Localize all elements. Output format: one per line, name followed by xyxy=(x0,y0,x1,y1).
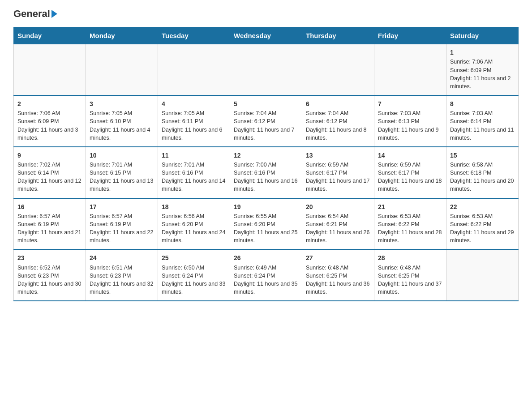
day-number: 15 xyxy=(450,151,515,160)
day-info: Sunrise: 6:56 AM Sunset: 6:20 PM Dayligh… xyxy=(162,213,225,244)
day-info: Sunrise: 6:48 AM Sunset: 6:25 PM Dayligh… xyxy=(306,265,369,295)
calendar-cell: 28Sunrise: 6:48 AM Sunset: 6:25 PM Dayli… xyxy=(374,249,446,301)
day-info: Sunrise: 7:06 AM Sunset: 6:09 PM Dayligh… xyxy=(17,110,78,141)
day-info: Sunrise: 6:49 AM Sunset: 6:24 PM Dayligh… xyxy=(234,265,297,295)
calendar-cell: 19Sunrise: 6:55 AM Sunset: 6:20 PM Dayli… xyxy=(230,198,302,250)
day-number: 18 xyxy=(162,202,226,211)
day-number: 27 xyxy=(306,253,370,262)
day-number: 12 xyxy=(234,151,298,160)
calendar-week-row: 16Sunrise: 6:57 AM Sunset: 6:19 PM Dayli… xyxy=(14,198,519,250)
day-info: Sunrise: 7:04 AM Sunset: 6:12 PM Dayligh… xyxy=(306,110,367,141)
calendar-cell xyxy=(14,44,86,95)
calendar-cell: 1Sunrise: 7:06 AM Sunset: 6:09 PM Daylig… xyxy=(446,44,519,95)
calendar-cell: 9Sunrise: 7:02 AM Sunset: 6:14 PM Daylig… xyxy=(14,147,86,198)
calendar-week-row: 23Sunrise: 6:52 AM Sunset: 6:23 PM Dayli… xyxy=(14,249,519,301)
day-number: 14 xyxy=(378,151,442,160)
day-number: 10 xyxy=(90,151,154,160)
day-number: 21 xyxy=(378,202,442,211)
day-number: 24 xyxy=(90,253,154,262)
calendar-cell: 16Sunrise: 6:57 AM Sunset: 6:19 PM Dayli… xyxy=(14,198,86,250)
calendar-cell: 2Sunrise: 7:06 AM Sunset: 6:09 PM Daylig… xyxy=(14,95,86,147)
day-info: Sunrise: 6:57 AM Sunset: 6:19 PM Dayligh… xyxy=(17,213,81,244)
calendar-cell xyxy=(374,44,446,95)
day-info: Sunrise: 7:05 AM Sunset: 6:11 PM Dayligh… xyxy=(162,110,223,141)
day-info: Sunrise: 6:50 AM Sunset: 6:24 PM Dayligh… xyxy=(162,265,225,295)
calendar-cell: 4Sunrise: 7:05 AM Sunset: 6:11 PM Daylig… xyxy=(158,95,230,147)
calendar-cell: 12Sunrise: 7:00 AM Sunset: 6:16 PM Dayli… xyxy=(230,147,302,198)
calendar-cell: 10Sunrise: 7:01 AM Sunset: 6:15 PM Dayli… xyxy=(86,147,158,198)
day-number: 19 xyxy=(234,202,298,211)
day-number: 8 xyxy=(450,99,515,108)
day-number: 17 xyxy=(90,202,154,211)
day-number: 7 xyxy=(378,99,442,108)
day-number: 2 xyxy=(17,99,82,108)
day-info: Sunrise: 7:05 AM Sunset: 6:10 PM Dayligh… xyxy=(90,110,150,141)
day-info: Sunrise: 6:55 AM Sunset: 6:20 PM Dayligh… xyxy=(234,213,297,244)
calendar-cell xyxy=(446,249,519,301)
page-header: General xyxy=(13,9,519,19)
calendar-cell: 23Sunrise: 6:52 AM Sunset: 6:23 PM Dayli… xyxy=(14,249,86,301)
day-info: Sunrise: 6:59 AM Sunset: 6:17 PM Dayligh… xyxy=(306,162,369,192)
calendar-cell: 17Sunrise: 6:57 AM Sunset: 6:19 PM Dayli… xyxy=(86,198,158,250)
column-header-wednesday: Wednesday xyxy=(230,27,302,44)
day-info: Sunrise: 6:53 AM Sunset: 6:22 PM Dayligh… xyxy=(378,213,442,244)
day-number: 23 xyxy=(17,253,82,262)
day-info: Sunrise: 6:59 AM Sunset: 6:17 PM Dayligh… xyxy=(378,162,442,192)
day-info: Sunrise: 6:53 AM Sunset: 6:22 PM Dayligh… xyxy=(450,213,514,244)
day-info: Sunrise: 6:52 AM Sunset: 6:23 PM Dayligh… xyxy=(17,265,81,295)
day-number: 4 xyxy=(162,99,226,108)
calendar-cell: 27Sunrise: 6:48 AM Sunset: 6:25 PM Dayli… xyxy=(302,249,374,301)
calendar-cell: 11Sunrise: 7:01 AM Sunset: 6:16 PM Dayli… xyxy=(158,147,230,198)
column-header-thursday: Thursday xyxy=(302,27,374,44)
calendar-cell: 14Sunrise: 6:59 AM Sunset: 6:17 PM Dayli… xyxy=(374,147,446,198)
logo-general-text: General xyxy=(13,9,57,19)
calendar-cell xyxy=(86,44,158,95)
calendar-cell: 26Sunrise: 6:49 AM Sunset: 6:24 PM Dayli… xyxy=(230,249,302,301)
calendar-cell: 20Sunrise: 6:54 AM Sunset: 6:21 PM Dayli… xyxy=(302,198,374,250)
calendar-cell xyxy=(158,44,230,95)
day-info: Sunrise: 6:51 AM Sunset: 6:23 PM Dayligh… xyxy=(90,265,153,295)
calendar-cell xyxy=(302,44,374,95)
day-info: Sunrise: 6:57 AM Sunset: 6:19 PM Dayligh… xyxy=(90,213,153,244)
calendar-cell: 24Sunrise: 6:51 AM Sunset: 6:23 PM Dayli… xyxy=(86,249,158,301)
day-number: 28 xyxy=(378,253,442,262)
calendar-cell: 15Sunrise: 6:58 AM Sunset: 6:18 PM Dayli… xyxy=(446,147,519,198)
column-header-saturday: Saturday xyxy=(446,27,519,44)
day-number: 13 xyxy=(306,151,370,160)
day-number: 11 xyxy=(162,151,226,160)
calendar-table: SundayMondayTuesdayWednesdayThursdayFrid… xyxy=(13,27,519,301)
calendar-cell xyxy=(230,44,302,95)
day-number: 16 xyxy=(17,202,82,211)
day-number: 1 xyxy=(450,48,515,57)
calendar-cell: 8Sunrise: 7:03 AM Sunset: 6:14 PM Daylig… xyxy=(446,95,519,147)
day-number: 22 xyxy=(450,202,515,211)
logo-triangle-icon xyxy=(51,10,57,18)
day-info: Sunrise: 6:54 AM Sunset: 6:21 PM Dayligh… xyxy=(306,213,369,244)
calendar-cell: 7Sunrise: 7:03 AM Sunset: 6:13 PM Daylig… xyxy=(374,95,446,147)
day-number: 3 xyxy=(90,99,154,108)
calendar-cell: 13Sunrise: 6:59 AM Sunset: 6:17 PM Dayli… xyxy=(302,147,374,198)
calendar-cell: 18Sunrise: 6:56 AM Sunset: 6:20 PM Dayli… xyxy=(158,198,230,250)
day-number: 20 xyxy=(306,202,370,211)
column-header-tuesday: Tuesday xyxy=(158,27,230,44)
calendar-cell: 25Sunrise: 6:50 AM Sunset: 6:24 PM Dayli… xyxy=(158,249,230,301)
day-info: Sunrise: 7:04 AM Sunset: 6:12 PM Dayligh… xyxy=(234,110,295,141)
day-number: 9 xyxy=(17,151,82,160)
day-info: Sunrise: 7:03 AM Sunset: 6:13 PM Dayligh… xyxy=(378,110,439,141)
calendar-cell: 21Sunrise: 6:53 AM Sunset: 6:22 PM Dayli… xyxy=(374,198,446,250)
calendar-week-row: 9Sunrise: 7:02 AM Sunset: 6:14 PM Daylig… xyxy=(14,147,519,198)
column-header-sunday: Sunday xyxy=(14,27,86,44)
day-info: Sunrise: 7:02 AM Sunset: 6:14 PM Dayligh… xyxy=(17,162,81,192)
calendar-cell: 5Sunrise: 7:04 AM Sunset: 6:12 PM Daylig… xyxy=(230,95,302,147)
day-number: 5 xyxy=(234,99,298,108)
calendar-cell: 22Sunrise: 6:53 AM Sunset: 6:22 PM Dayli… xyxy=(446,198,519,250)
day-info: Sunrise: 6:58 AM Sunset: 6:18 PM Dayligh… xyxy=(450,162,514,192)
day-number: 26 xyxy=(234,253,298,262)
day-info: Sunrise: 6:48 AM Sunset: 6:25 PM Dayligh… xyxy=(378,265,442,295)
day-info: Sunrise: 7:01 AM Sunset: 6:15 PM Dayligh… xyxy=(90,162,153,192)
logo: General xyxy=(13,9,57,19)
calendar-week-row: 2Sunrise: 7:06 AM Sunset: 6:09 PM Daylig… xyxy=(14,95,519,147)
day-number: 25 xyxy=(162,253,226,262)
day-info: Sunrise: 7:06 AM Sunset: 6:09 PM Dayligh… xyxy=(450,59,511,89)
day-info: Sunrise: 7:01 AM Sunset: 6:16 PM Dayligh… xyxy=(162,162,225,192)
